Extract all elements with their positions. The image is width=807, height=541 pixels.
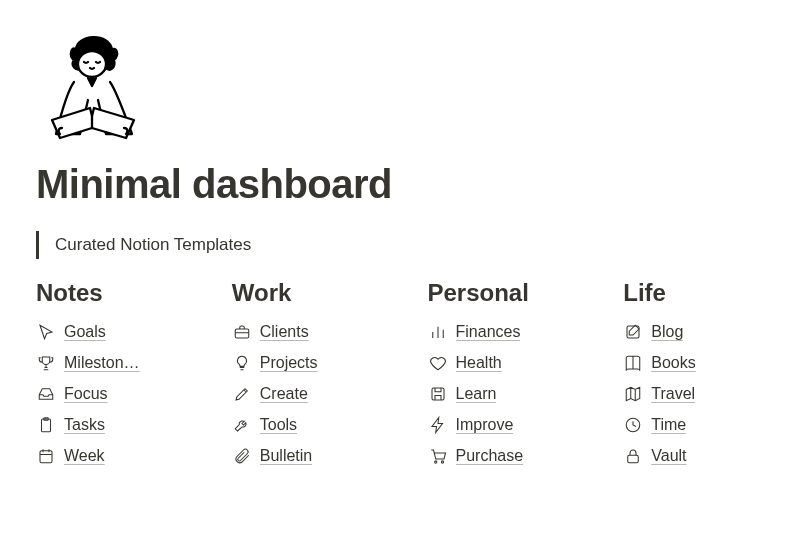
column-header-life: Life bbox=[623, 279, 771, 307]
page-icon-person-reading bbox=[32, 24, 152, 144]
item-label: Clients bbox=[260, 323, 309, 341]
item-label: Finances bbox=[456, 323, 521, 341]
trophy-icon bbox=[36, 353, 56, 373]
item-label: Improve bbox=[456, 416, 514, 434]
drawer-icon bbox=[36, 384, 56, 404]
column-header-work: Work bbox=[232, 279, 380, 307]
briefcase-icon bbox=[232, 322, 252, 342]
map-icon bbox=[623, 384, 643, 404]
callout-bar bbox=[36, 231, 39, 259]
bar-chart-icon bbox=[428, 322, 448, 342]
item-label: Create bbox=[260, 385, 308, 403]
link-improve[interactable]: Improve bbox=[428, 410, 576, 440]
item-label: Bulletin bbox=[260, 447, 312, 465]
lock-icon bbox=[623, 446, 643, 466]
column-work: Work Clients Projects Create Tools Bulle… bbox=[232, 279, 380, 472]
link-goals[interactable]: Goals bbox=[36, 317, 184, 347]
column-notes: Notes Goals Mileston… Focus Tasks Week bbox=[36, 279, 184, 472]
item-label: Tools bbox=[260, 416, 297, 434]
paperclip-icon bbox=[232, 446, 252, 466]
link-vault[interactable]: Vault bbox=[623, 441, 771, 471]
bolt-icon bbox=[428, 415, 448, 435]
link-tasks[interactable]: Tasks bbox=[36, 410, 184, 440]
item-label: Focus bbox=[64, 385, 108, 403]
link-tools[interactable]: Tools bbox=[232, 410, 380, 440]
link-bulletin[interactable]: Bulletin bbox=[232, 441, 380, 471]
item-label: Week bbox=[64, 447, 105, 465]
heart-icon bbox=[428, 353, 448, 373]
column-header-notes: Notes bbox=[36, 279, 184, 307]
page-title: Minimal dashboard bbox=[36, 162, 771, 207]
link-books[interactable]: Books bbox=[623, 348, 771, 378]
link-health[interactable]: Health bbox=[428, 348, 576, 378]
column-life: Life Blog Books Travel Time Vault bbox=[623, 279, 771, 472]
svg-point-10 bbox=[78, 51, 106, 77]
link-focus[interactable]: Focus bbox=[36, 379, 184, 409]
item-label: Time bbox=[651, 416, 686, 434]
column-header-personal: Personal bbox=[428, 279, 576, 307]
callout-text: Curated Notion Templates bbox=[55, 235, 251, 255]
pencil-icon bbox=[232, 384, 252, 404]
item-label: Health bbox=[456, 354, 502, 372]
link-create[interactable]: Create bbox=[232, 379, 380, 409]
link-clients[interactable]: Clients bbox=[232, 317, 380, 347]
link-blog[interactable]: Blog bbox=[623, 317, 771, 347]
item-label: Mileston… bbox=[64, 354, 140, 372]
item-label: Blog bbox=[651, 323, 683, 341]
clock-icon bbox=[623, 415, 643, 435]
link-milestones[interactable]: Mileston… bbox=[36, 348, 184, 378]
item-label: Projects bbox=[260, 354, 318, 372]
link-projects[interactable]: Projects bbox=[232, 348, 380, 378]
item-label: Books bbox=[651, 354, 695, 372]
clipboard-icon bbox=[36, 415, 56, 435]
link-learn[interactable]: Learn bbox=[428, 379, 576, 409]
link-travel[interactable]: Travel bbox=[623, 379, 771, 409]
columns: Notes Goals Mileston… Focus Tasks Week W… bbox=[36, 279, 771, 472]
item-label: Travel bbox=[651, 385, 695, 403]
cart-icon bbox=[428, 446, 448, 466]
item-label: Vault bbox=[651, 447, 686, 465]
cursor-icon bbox=[36, 322, 56, 342]
callout: Curated Notion Templates bbox=[36, 231, 771, 259]
lightbulb-icon bbox=[232, 353, 252, 373]
edit-square-icon bbox=[623, 322, 643, 342]
item-label: Learn bbox=[456, 385, 497, 403]
item-label: Purchase bbox=[456, 447, 524, 465]
link-week[interactable]: Week bbox=[36, 441, 184, 471]
column-personal: Personal Finances Health Learn Improve P… bbox=[428, 279, 576, 472]
link-time[interactable]: Time bbox=[623, 410, 771, 440]
save-icon bbox=[428, 384, 448, 404]
item-label: Tasks bbox=[64, 416, 105, 434]
calendar-icon bbox=[36, 446, 56, 466]
link-purchase[interactable]: Purchase bbox=[428, 441, 576, 471]
item-label: Goals bbox=[64, 323, 106, 341]
book-icon bbox=[623, 353, 643, 373]
link-finances[interactable]: Finances bbox=[428, 317, 576, 347]
wrench-icon bbox=[232, 415, 252, 435]
